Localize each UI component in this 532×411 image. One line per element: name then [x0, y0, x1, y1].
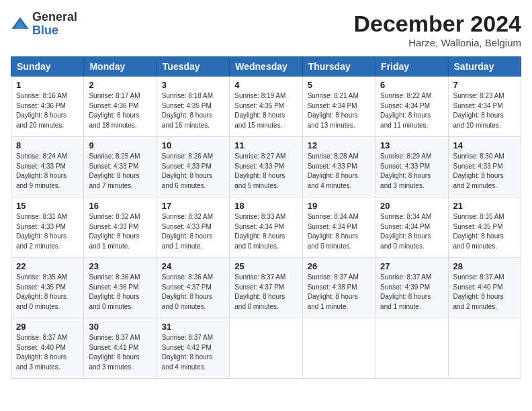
day-number: 1 [16, 80, 79, 90]
day-info: Sunrise: 8:21 AM Sunset: 4:34 PM Dayligh… [308, 91, 370, 130]
weekday-header-sunday: Sunday [11, 57, 84, 77]
calendar-cell: 16 Sunrise: 8:32 AM Sunset: 4:33 PM Dayl… [84, 197, 157, 258]
calendar-cell [230, 318, 302, 379]
calendar-cell: 15 Sunrise: 8:31 AM Sunset: 4:33 PM Dayl… [11, 197, 84, 258]
day-info: Sunrise: 8:37 AM Sunset: 4:40 PM Dayligh… [16, 333, 79, 372]
day-number: 10 [162, 140, 224, 150]
day-info: Sunrise: 8:37 AM Sunset: 4:37 PM Dayligh… [234, 273, 297, 312]
day-number: 22 [16, 261, 79, 271]
calendar-week-row: 8 Sunrise: 8:24 AM Sunset: 4:33 PM Dayli… [11, 137, 521, 197]
day-info: Sunrise: 8:17 AM Sunset: 4:36 PM Dayligh… [89, 91, 151, 130]
day-number: 5 [308, 80, 370, 90]
calendar-cell: 27 Sunrise: 8:37 AM Sunset: 4:39 PM Dayl… [375, 258, 448, 318]
calendar-cell: 22 Sunrise: 8:35 AM Sunset: 4:35 PM Dayl… [11, 258, 84, 318]
day-number: 21 [453, 201, 516, 211]
calendar-table: SundayMondayTuesdayWednesdayThursdayFrid… [11, 56, 521, 379]
day-number: 18 [234, 201, 297, 211]
day-number: 23 [89, 261, 151, 271]
weekday-header-row: SundayMondayTuesdayWednesdayThursdayFrid… [11, 57, 521, 77]
day-number: 20 [380, 201, 443, 211]
day-info: Sunrise: 8:32 AM Sunset: 4:33 PM Dayligh… [162, 212, 224, 251]
day-info: Sunrise: 8:18 AM Sunset: 4:35 PM Dayligh… [162, 91, 224, 130]
weekday-header-wednesday: Wednesday [230, 57, 302, 77]
weekday-header-tuesday: Tuesday [157, 57, 229, 77]
calendar-cell: 9 Sunrise: 8:25 AM Sunset: 4:33 PM Dayli… [84, 137, 157, 197]
day-info: Sunrise: 8:37 AM Sunset: 4:41 PM Dayligh… [89, 333, 151, 372]
day-number: 13 [380, 140, 443, 150]
day-info: Sunrise: 8:28 AM Sunset: 4:33 PM Dayligh… [308, 152, 370, 191]
calendar-cell: 31 Sunrise: 8:37 AM Sunset: 4:42 PM Dayl… [157, 318, 229, 379]
day-info: Sunrise: 8:35 AM Sunset: 4:35 PM Dayligh… [16, 273, 79, 312]
calendar-cell: 21 Sunrise: 8:35 AM Sunset: 4:35 PM Dayl… [448, 197, 521, 258]
calendar-cell: 20 Sunrise: 8:34 AM Sunset: 4:34 PM Dayl… [375, 197, 448, 258]
location-title: Harze, Wallonia, Belgium [353, 37, 521, 48]
calendar-week-row: 1 Sunrise: 8:16 AM Sunset: 4:36 PM Dayli… [11, 77, 521, 137]
calendar-cell: 4 Sunrise: 8:19 AM Sunset: 4:35 PM Dayli… [230, 77, 302, 137]
day-info: Sunrise: 8:23 AM Sunset: 4:34 PM Dayligh… [453, 91, 516, 130]
day-number: 28 [453, 261, 516, 271]
day-info: Sunrise: 8:26 AM Sunset: 4:33 PM Dayligh… [162, 152, 224, 191]
day-info: Sunrise: 8:36 AM Sunset: 4:36 PM Dayligh… [89, 273, 151, 312]
day-info: Sunrise: 8:35 AM Sunset: 4:35 PM Dayligh… [453, 212, 516, 251]
calendar-cell [448, 318, 521, 379]
calendar-week-row: 22 Sunrise: 8:35 AM Sunset: 4:35 PM Dayl… [11, 258, 521, 318]
calendar-cell: 7 Sunrise: 8:23 AM Sunset: 4:34 PM Dayli… [448, 77, 521, 137]
calendar-cell: 1 Sunrise: 8:16 AM Sunset: 4:36 PM Dayli… [11, 77, 84, 137]
day-number: 8 [16, 140, 79, 150]
calendar-cell: 6 Sunrise: 8:22 AM Sunset: 4:34 PM Dayli… [375, 77, 448, 137]
day-info: Sunrise: 8:37 AM Sunset: 4:40 PM Dayligh… [453, 273, 516, 312]
day-number: 19 [308, 201, 370, 211]
day-number: 24 [162, 261, 224, 271]
calendar-cell: 14 Sunrise: 8:30 AM Sunset: 4:33 PM Dayl… [448, 137, 521, 197]
day-info: Sunrise: 8:30 AM Sunset: 4:33 PM Dayligh… [453, 152, 516, 191]
day-info: Sunrise: 8:36 AM Sunset: 4:37 PM Dayligh… [162, 273, 224, 312]
day-number: 6 [380, 80, 443, 90]
day-info: Sunrise: 8:32 AM Sunset: 4:33 PM Dayligh… [89, 212, 151, 251]
calendar-week-row: 15 Sunrise: 8:31 AM Sunset: 4:33 PM Dayl… [11, 197, 521, 258]
day-number: 25 [234, 261, 297, 271]
day-info: Sunrise: 8:22 AM Sunset: 4:34 PM Dayligh… [380, 91, 443, 130]
weekday-header-thursday: Thursday [302, 57, 375, 77]
day-number: 14 [453, 140, 516, 150]
day-number: 29 [16, 322, 79, 332]
calendar-cell: 8 Sunrise: 8:24 AM Sunset: 4:33 PM Dayli… [11, 137, 84, 197]
day-number: 12 [308, 140, 370, 150]
day-info: Sunrise: 8:19 AM Sunset: 4:35 PM Dayligh… [234, 91, 297, 130]
calendar-cell: 10 Sunrise: 8:26 AM Sunset: 4:33 PM Dayl… [157, 137, 229, 197]
calendar-cell: 26 Sunrise: 8:37 AM Sunset: 4:38 PM Dayl… [302, 258, 375, 318]
logo-general-text: General [32, 11, 77, 24]
calendar-cell: 24 Sunrise: 8:36 AM Sunset: 4:37 PM Dayl… [157, 258, 229, 318]
day-number: 2 [89, 80, 151, 90]
calendar-cell: 25 Sunrise: 8:37 AM Sunset: 4:37 PM Dayl… [230, 258, 302, 318]
weekday-header-friday: Friday [375, 57, 448, 77]
day-number: 9 [89, 140, 151, 150]
calendar-cell: 18 Sunrise: 8:33 AM Sunset: 4:34 PM Dayl… [230, 197, 302, 258]
day-number: 16 [89, 201, 151, 211]
day-number: 11 [234, 140, 297, 150]
logo-icon [11, 15, 30, 34]
calendar-cell [375, 318, 448, 379]
calendar-cell: 30 Sunrise: 8:37 AM Sunset: 4:41 PM Dayl… [84, 318, 157, 379]
logo: General Blue [11, 11, 77, 38]
day-number: 4 [234, 80, 297, 90]
day-number: 27 [380, 261, 443, 271]
calendar-cell: 29 Sunrise: 8:37 AM Sunset: 4:40 PM Dayl… [11, 318, 84, 379]
calendar-cell [302, 318, 375, 379]
day-info: Sunrise: 8:29 AM Sunset: 4:33 PM Dayligh… [380, 152, 443, 191]
weekday-header-saturday: Saturday [448, 57, 521, 77]
day-number: 3 [162, 80, 224, 90]
day-info: Sunrise: 8:31 AM Sunset: 4:33 PM Dayligh… [16, 212, 79, 251]
calendar-cell: 5 Sunrise: 8:21 AM Sunset: 4:34 PM Dayli… [302, 77, 375, 137]
day-number: 15 [16, 201, 79, 211]
logo-blue-text: Blue [32, 24, 77, 38]
day-info: Sunrise: 8:34 AM Sunset: 4:34 PM Dayligh… [380, 212, 443, 251]
day-info: Sunrise: 8:24 AM Sunset: 4:33 PM Dayligh… [16, 152, 79, 191]
day-info: Sunrise: 8:16 AM Sunset: 4:36 PM Dayligh… [16, 91, 79, 130]
day-number: 26 [308, 261, 370, 271]
day-info: Sunrise: 8:27 AM Sunset: 4:33 PM Dayligh… [234, 152, 297, 191]
day-number: 31 [162, 322, 224, 332]
day-number: 7 [453, 80, 516, 90]
month-title: December 2024 [353, 11, 521, 37]
day-info: Sunrise: 8:25 AM Sunset: 4:33 PM Dayligh… [89, 152, 151, 191]
calendar-week-row: 29 Sunrise: 8:37 AM Sunset: 4:40 PM Dayl… [11, 318, 521, 379]
